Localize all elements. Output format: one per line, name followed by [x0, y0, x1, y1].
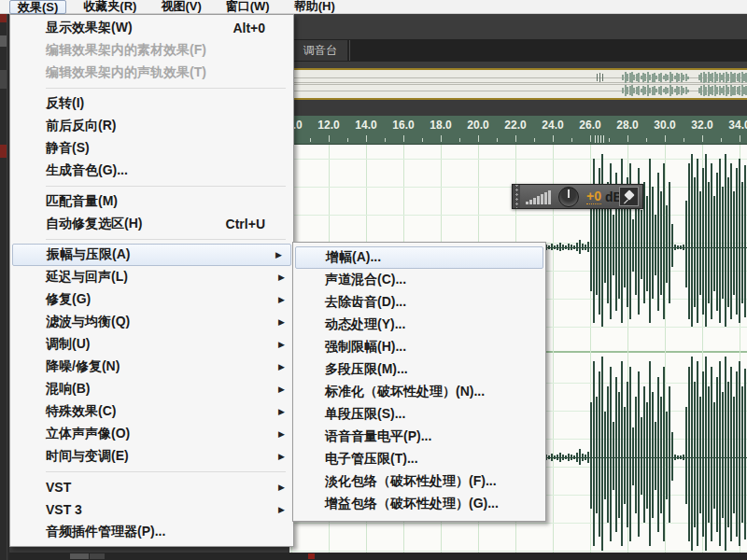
waveform-bar — [590, 247, 592, 291]
menu-item-label: 声道混合(C)... — [325, 272, 406, 288]
menu-item[interactable]: 电子管压限(T)... — [293, 448, 545, 470]
waveform-bar — [632, 219, 634, 247]
editor-panel-header — [289, 14, 747, 39]
waveform-bar — [596, 397, 598, 457]
waveform-bar — [744, 247, 746, 317]
menu-item[interactable]: 滤波与均衡(Q)▶ — [10, 311, 293, 333]
waveform-bar — [551, 457, 553, 461]
waveform-bar — [587, 247, 589, 252]
menu-item[interactable]: 显示效果架(W)Alt+0 — [10, 17, 293, 39]
volume-knob[interactable] — [558, 187, 579, 207]
ruler-tick — [329, 135, 330, 142]
menu-item-label: 降噪/修复(N) — [46, 358, 120, 375]
menu-item[interactable]: 混响(B)▶ — [10, 378, 293, 400]
waveform-bar — [604, 247, 606, 283]
menu-item-label: 自动修复选区(H) — [46, 216, 142, 232]
menubar-item[interactable]: 窗口(W) — [218, 0, 277, 14]
menu-item[interactable]: 淡化包络（破坏性处理）(F)... — [293, 470, 545, 493]
menu-item[interactable]: 多段压限(M)... — [293, 358, 545, 381]
menu-item[interactable]: 反转(I) — [10, 92, 293, 115]
volume-hud[interactable]: +0 dB — [512, 184, 643, 209]
waveform-bar — [573, 457, 575, 459]
waveform-bar — [741, 182, 743, 247]
waveform-bar — [646, 402, 648, 457]
waveform-bar — [604, 412, 606, 457]
menu-item[interactable]: 静音(S) — [10, 137, 293, 160]
menu-item-label: 编辑效果架内的素材效果(F) — [46, 42, 206, 59]
menu-item[interactable]: 振幅与压限(A)▶ — [12, 244, 291, 266]
waveform-bar — [627, 457, 628, 527]
waveform-bar — [699, 247, 701, 295]
menu-item-label: 增幅(A)... — [326, 249, 381, 266]
waveform-bar — [587, 452, 589, 457]
waveform-bar — [685, 247, 687, 287]
menu-item[interactable]: 增益包络（破坏性处理）(G)... — [293, 493, 545, 515]
menu-separator — [46, 239, 286, 240]
waveform-bar — [624, 407, 626, 457]
menubar-item[interactable]: 效果(S) — [9, 0, 66, 14]
waveform-bar — [730, 163, 732, 247]
menu-item-label: 单段压限(S)... — [325, 406, 405, 423]
menu-item[interactable]: 修复(G)▶ — [10, 288, 293, 311]
menu-item[interactable]: VST▶ — [10, 476, 293, 498]
waveform-bar — [730, 367, 732, 457]
menu-item[interactable]: 动态处理(Y)... — [293, 314, 545, 336]
menu-item[interactable]: 自动修复选区(H)Ctrl+U — [10, 213, 293, 235]
pin-button[interactable] — [619, 187, 639, 206]
menu-item[interactable]: 标准化（破坏性处理）(N)... — [293, 381, 545, 403]
volume-value[interactable]: +0 — [586, 189, 601, 204]
waveform-bar — [576, 457, 578, 462]
menu-item[interactable]: 延迟与回声(L)▶ — [10, 266, 293, 288]
menu-item[interactable]: 去除齿音(D)... — [293, 291, 545, 314]
waveform-bar — [741, 457, 743, 523]
menu-item[interactable]: 生成音色(G)... — [10, 160, 293, 182]
menu-item[interactable]: 编辑效果架内的素材效果(F) — [10, 39, 293, 62]
hud-drag-handle[interactable] — [513, 185, 520, 208]
waveform-overview-strip[interactable] — [289, 68, 747, 100]
menu-item-label: 多段压限(M)... — [325, 361, 408, 378]
menu-item[interactable]: 调制(U)▶ — [10, 333, 293, 356]
waveform-bar — [559, 457, 561, 462]
waveform-bar — [711, 457, 712, 541]
waveform-bar — [725, 247, 726, 327]
status-fragment — [90, 553, 105, 559]
menu-item[interactable]: 语音音量电平(P)... — [293, 426, 545, 448]
waveform-bar — [666, 412, 668, 457]
menu-item[interactable]: 增幅(A)... — [295, 246, 543, 269]
menubar-item[interactable]: 收藏夹(R) — [76, 0, 144, 14]
menu-item[interactable]: 时间与变调(E)▶ — [10, 445, 293, 468]
waveform-bar — [579, 449, 581, 457]
menu-item[interactable]: 匹配音量(M) — [10, 190, 293, 213]
menu-item-label: 调制(U) — [46, 336, 90, 353]
menu-item[interactable]: 音频插件管理器(P)... — [10, 521, 293, 543]
waveform-bar — [638, 457, 640, 537]
waveform-bar — [680, 247, 682, 249]
tab-mixer[interactable]: 调音台 — [293, 40, 347, 61]
waveform-bar — [590, 402, 592, 457]
ruler-tick — [684, 138, 684, 142]
waveform-bar — [685, 201, 687, 247]
timeline-ruler[interactable]: 10.012.014.016.018.020.022.024.026.028.0… — [289, 116, 747, 145]
menu-item[interactable]: 声道混合(C)... — [293, 269, 545, 291]
menubar-item[interactable]: 视图(V) — [153, 0, 208, 14]
menu-item[interactable]: 单段压限(S)... — [293, 403, 545, 426]
menu-item[interactable]: 立体声声像(O)▶ — [10, 423, 293, 445]
menu-item[interactable]: 降噪/修复(N)▶ — [10, 356, 293, 378]
ruler-tick-label: 34.0 — [728, 119, 747, 132]
menu-item-label: 时间与变调(E) — [46, 448, 129, 465]
menu-item-label: 静音(S) — [46, 140, 90, 157]
menu-item[interactable]: 特殊效果(C)▶ — [10, 400, 293, 423]
menu-item-label: 匹配音量(M) — [46, 193, 118, 210]
waveform-bar — [579, 240, 581, 247]
menu-item[interactable]: 编辑效果架内的声轨效果(T) — [10, 62, 293, 84]
menu-item[interactable]: 前后反向(R) — [10, 115, 293, 137]
volume-bars-icon — [526, 189, 552, 204]
menu-item[interactable]: 强制限幅(H)... — [293, 336, 545, 358]
waveform-bar — [697, 247, 698, 323]
menu-item[interactable]: VST 3▶ — [10, 498, 293, 521]
waveform-bar — [635, 397, 637, 457]
waveform-bar — [657, 457, 659, 532]
menubar-item[interactable]: 帮助(H) — [287, 0, 343, 14]
left-toolbar-strip — [0, 14, 9, 560]
waveform-bar — [702, 371, 704, 457]
